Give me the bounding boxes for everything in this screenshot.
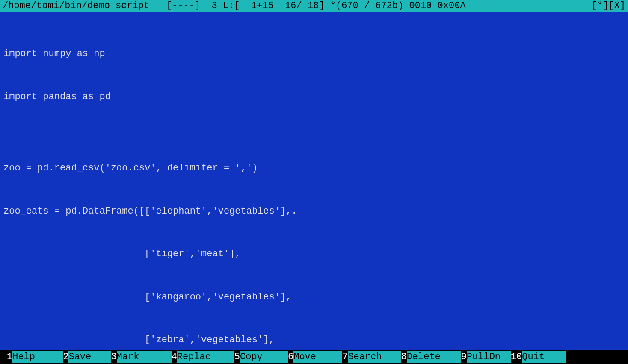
title-bar-left: /home/tomi/bin/demo_script [----] 3 L:[ … bbox=[3, 0, 466, 12]
fkey-number: 8 bbox=[401, 351, 406, 363]
fkey-label: Delete bbox=[407, 351, 461, 363]
fkey-number: 4 bbox=[172, 351, 177, 363]
fkey-move[interactable]: 6Move bbox=[288, 351, 342, 363]
char-codes: 0010 0x00A bbox=[409, 0, 466, 11]
fkey-label: PullDn bbox=[467, 351, 511, 363]
modified-marker: [*] bbox=[592, 0, 609, 11]
fkey-label: Search bbox=[348, 351, 401, 363]
title-bar: /home/tomi/bin/demo_script [----] 3 L:[ … bbox=[0, 0, 628, 12]
file-path: /home/tomi/bin/demo_script bbox=[3, 0, 149, 11]
code-line: ['zebra','vegetables'], bbox=[3, 333, 625, 347]
code-line: import pandas as pd bbox=[3, 90, 625, 104]
file-flags: [----] bbox=[166, 0, 200, 11]
fkey-quit[interactable]: 10Quit bbox=[511, 351, 566, 363]
code-line: ['tiger','meat'], bbox=[3, 247, 625, 261]
fkey-number: 9 bbox=[461, 351, 467, 363]
fkey-mark[interactable]: 3Mark bbox=[111, 351, 171, 363]
fkey-label: Move bbox=[293, 351, 342, 363]
code-line: zoo_eats = pd.DataFrame([['elephant','ve… bbox=[3, 204, 625, 219]
fkey-label: Mark bbox=[117, 351, 172, 363]
title-bar-right: [*][X] bbox=[592, 0, 625, 12]
code-line: ['kangaroo','vegetables'], bbox=[3, 290, 625, 305]
fkey-search[interactable]: 7Search bbox=[342, 351, 401, 363]
code-line: import numpy as np bbox=[3, 47, 625, 61]
fkey-label: Save bbox=[68, 351, 111, 363]
fkey-delete[interactable]: 8Delete bbox=[401, 351, 461, 363]
function-key-bar: 1Help 2Save 3Mark 4Replac 5Copy 6Move 7S… bbox=[0, 350, 628, 364]
fkey-number: 5 bbox=[234, 351, 240, 363]
fkey-replace[interactable]: 4Replac bbox=[172, 351, 234, 363]
file-bytes: *(670 / 672b) bbox=[330, 0, 404, 11]
fkey-number: 3 bbox=[111, 351, 116, 363]
fkey-pulldn[interactable]: 9PullDn bbox=[461, 351, 511, 363]
fkey-label: Quit bbox=[522, 351, 566, 363]
fkey-copy[interactable]: 5Copy bbox=[234, 351, 288, 363]
close-button[interactable]: [X] bbox=[608, 0, 625, 11]
code-line: zoo = pd.read_csv('zoo.csv', delimiter =… bbox=[3, 161, 625, 176]
fkey-number: 10 bbox=[511, 351, 522, 363]
editor-pane[interactable]: import numpy as np import pandas as pd z… bbox=[0, 12, 628, 350]
fkey-number: 2 bbox=[63, 351, 68, 363]
fkey-label: Replac bbox=[177, 351, 234, 363]
fkey-number: 1 bbox=[7, 351, 12, 363]
fkey-number: 6 bbox=[288, 351, 293, 363]
fkey-number: 7 bbox=[342, 351, 348, 363]
cursor-position: 3 L:[ 1+15 16/ 18] bbox=[212, 0, 325, 11]
fkey-label: Copy bbox=[240, 351, 288, 363]
fkey-save[interactable]: 2Save bbox=[63, 351, 111, 363]
fkey-help[interactable]: 1Help bbox=[7, 351, 63, 363]
fkey-label: Help bbox=[12, 351, 63, 363]
